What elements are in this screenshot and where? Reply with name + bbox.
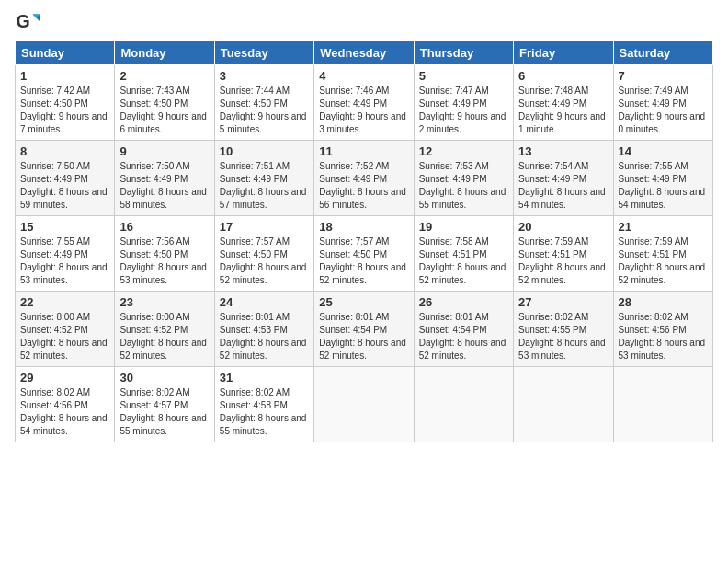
calendar-cell: 26 Sunrise: 8:01 AM Sunset: 4:54 PM Dayl… — [414, 292, 513, 367]
calendar-week-3: 15 Sunrise: 7:55 AM Sunset: 4:49 PM Dayl… — [16, 216, 713, 292]
cell-info: Sunrise: 7:47 AM Sunset: 4:49 PM Dayligh… — [419, 85, 508, 136]
cell-day-number: 3 — [220, 69, 309, 83]
calendar-cell: 19 Sunrise: 7:58 AM Sunset: 4:51 PM Dayl… — [414, 216, 513, 292]
calendar-cell: 25 Sunrise: 8:01 AM Sunset: 4:54 PM Dayl… — [314, 292, 414, 367]
cell-info: Sunrise: 8:02 AM Sunset: 4:57 PM Dayligh… — [119, 386, 209, 438]
cell-day-number: 14 — [619, 144, 708, 158]
calendar-week-1: 1 Sunrise: 7:42 AM Sunset: 4:50 PM Dayli… — [16, 65, 713, 141]
logo-icon: G — [15, 9, 40, 35]
calendar-cell: 16 Sunrise: 7:56 AM Sunset: 4:50 PM Dayl… — [115, 216, 214, 292]
cell-info: Sunrise: 7:49 AM Sunset: 4:49 PM Dayligh… — [619, 85, 708, 136]
calendar-cell: 10 Sunrise: 7:51 AM Sunset: 4:49 PM Dayl… — [214, 141, 313, 216]
cell-info: Sunrise: 7:58 AM Sunset: 4:51 PM Dayligh… — [419, 236, 508, 287]
cell-info: Sunrise: 8:01 AM Sunset: 4:54 PM Dayligh… — [419, 311, 508, 362]
cell-day-number: 22 — [20, 295, 109, 309]
cell-day-number: 19 — [419, 220, 508, 234]
calendar-cell: 18 Sunrise: 7:57 AM Sunset: 4:50 PM Dayl… — [314, 216, 414, 292]
cell-day-number: 15 — [20, 220, 109, 234]
header-day-thursday: Thursday — [414, 41, 513, 65]
cell-info: Sunrise: 8:02 AM Sunset: 4:56 PM Dayligh… — [20, 386, 109, 438]
calendar-cell: 17 Sunrise: 7:57 AM Sunset: 4:50 PM Dayl… — [214, 216, 313, 292]
cell-info: Sunrise: 7:46 AM Sunset: 4:49 PM Dayligh… — [319, 85, 408, 136]
calendar-cell: 21 Sunrise: 7:59 AM Sunset: 4:51 PM Dayl… — [613, 216, 712, 292]
cell-day-number: 6 — [518, 69, 608, 83]
cell-info: Sunrise: 7:53 AM Sunset: 4:49 PM Dayligh… — [419, 160, 508, 212]
header: G — [15, 9, 713, 35]
calendar-header-row: SundayMondayTuesdayWednesdayThursdayFrid… — [16, 41, 713, 65]
calendar-cell: 12 Sunrise: 7:53 AM Sunset: 4:49 PM Dayl… — [414, 141, 513, 216]
calendar-cell: 28 Sunrise: 8:02 AM Sunset: 4:56 PM Dayl… — [613, 292, 712, 367]
calendar-cell: 1 Sunrise: 7:42 AM Sunset: 4:50 PM Dayli… — [16, 65, 115, 141]
header-day-wednesday: Wednesday — [314, 41, 414, 65]
cell-day-number: 8 — [20, 144, 109, 158]
calendar-table: SundayMondayTuesdayWednesdayThursdayFrid… — [15, 40, 713, 442]
calendar-cell: 9 Sunrise: 7:50 AM Sunset: 4:49 PM Dayli… — [115, 141, 214, 216]
calendar-cell: 22 Sunrise: 8:00 AM Sunset: 4:52 PM Dayl… — [16, 292, 115, 367]
calendar-week-4: 22 Sunrise: 8:00 AM Sunset: 4:52 PM Dayl… — [16, 292, 713, 367]
calendar-cell: 2 Sunrise: 7:43 AM Sunset: 4:50 PM Dayli… — [115, 65, 214, 141]
cell-info: Sunrise: 7:42 AM Sunset: 4:50 PM Dayligh… — [20, 85, 109, 136]
cell-day-number: 18 — [319, 220, 408, 234]
cell-info: Sunrise: 7:56 AM Sunset: 4:50 PM Dayligh… — [119, 236, 209, 287]
cell-day-number: 5 — [419, 69, 508, 83]
calendar-cell: 15 Sunrise: 7:55 AM Sunset: 4:49 PM Dayl… — [16, 216, 115, 292]
calendar-cell: 24 Sunrise: 8:01 AM Sunset: 4:53 PM Dayl… — [214, 292, 313, 367]
cell-day-number: 21 — [619, 220, 708, 234]
cell-day-number: 24 — [220, 295, 309, 309]
cell-info: Sunrise: 7:59 AM Sunset: 4:51 PM Dayligh… — [619, 236, 708, 287]
cell-info: Sunrise: 7:57 AM Sunset: 4:50 PM Dayligh… — [220, 236, 309, 287]
calendar-cell: 13 Sunrise: 7:54 AM Sunset: 4:49 PM Dayl… — [514, 141, 613, 216]
cell-info: Sunrise: 7:57 AM Sunset: 4:50 PM Dayligh… — [319, 236, 408, 287]
cell-info: Sunrise: 7:48 AM Sunset: 4:49 PM Dayligh… — [518, 85, 608, 136]
cell-day-number: 10 — [220, 144, 309, 158]
cell-info: Sunrise: 7:55 AM Sunset: 4:49 PM Dayligh… — [20, 236, 109, 287]
calendar-cell: 31 Sunrise: 8:02 AM Sunset: 4:58 PM Dayl… — [214, 367, 313, 442]
cell-info: Sunrise: 7:44 AM Sunset: 4:50 PM Dayligh… — [220, 85, 309, 136]
header-day-monday: Monday — [115, 41, 214, 65]
calendar-cell: 27 Sunrise: 8:02 AM Sunset: 4:55 PM Dayl… — [514, 292, 613, 367]
header-day-tuesday: Tuesday — [214, 41, 313, 65]
calendar-cell: 23 Sunrise: 8:00 AM Sunset: 4:52 PM Dayl… — [115, 292, 214, 367]
cell-info: Sunrise: 7:52 AM Sunset: 4:49 PM Dayligh… — [319, 160, 408, 212]
main-container: G SundayMondayTuesdayWednesdayThursdayFr… — [0, 0, 728, 452]
cell-info: Sunrise: 8:01 AM Sunset: 4:54 PM Dayligh… — [319, 311, 408, 362]
calendar-cell — [514, 367, 613, 442]
svg-text:G: G — [16, 11, 29, 31]
cell-info: Sunrise: 8:02 AM Sunset: 4:55 PM Dayligh… — [518, 311, 608, 362]
cell-info: Sunrise: 7:50 AM Sunset: 4:49 PM Dayligh… — [119, 160, 209, 212]
calendar-cell: 8 Sunrise: 7:50 AM Sunset: 4:49 PM Dayli… — [16, 141, 115, 216]
cell-day-number: 31 — [220, 371, 309, 385]
cell-info: Sunrise: 7:51 AM Sunset: 4:49 PM Dayligh… — [220, 160, 309, 212]
cell-day-number: 4 — [319, 69, 408, 83]
calendar-cell: 3 Sunrise: 7:44 AM Sunset: 4:50 PM Dayli… — [214, 65, 313, 141]
cell-info: Sunrise: 8:02 AM Sunset: 4:58 PM Dayligh… — [220, 386, 309, 438]
cell-day-number: 13 — [518, 144, 608, 158]
calendar-cell: 5 Sunrise: 7:47 AM Sunset: 4:49 PM Dayli… — [414, 65, 513, 141]
calendar-cell: 20 Sunrise: 7:59 AM Sunset: 4:51 PM Dayl… — [514, 216, 613, 292]
cell-info: Sunrise: 7:59 AM Sunset: 4:51 PM Dayligh… — [518, 236, 608, 287]
header-day-sunday: Sunday — [16, 41, 115, 65]
cell-day-number: 11 — [319, 144, 408, 158]
cell-info: Sunrise: 7:50 AM Sunset: 4:49 PM Dayligh… — [20, 160, 109, 212]
cell-day-number: 2 — [119, 69, 209, 83]
calendar-cell: 6 Sunrise: 7:48 AM Sunset: 4:49 PM Dayli… — [514, 65, 613, 141]
calendar-week-5: 29 Sunrise: 8:02 AM Sunset: 4:56 PM Dayl… — [16, 367, 713, 442]
cell-info: Sunrise: 7:55 AM Sunset: 4:49 PM Dayligh… — [619, 160, 708, 212]
cell-day-number: 7 — [619, 69, 708, 83]
cell-day-number: 12 — [419, 144, 508, 158]
header-day-saturday: Saturday — [613, 41, 712, 65]
logo: G — [15, 9, 42, 35]
calendar-cell — [613, 367, 712, 442]
cell-day-number: 27 — [518, 295, 608, 309]
calendar-cell — [414, 367, 513, 442]
cell-day-number: 17 — [220, 220, 309, 234]
calendar-cell: 7 Sunrise: 7:49 AM Sunset: 4:49 PM Dayli… — [613, 65, 712, 141]
calendar-cell: 30 Sunrise: 8:02 AM Sunset: 4:57 PM Dayl… — [115, 367, 214, 442]
header-day-friday: Friday — [514, 41, 613, 65]
cell-day-number: 30 — [119, 371, 209, 385]
calendar-cell — [314, 367, 414, 442]
calendar-cell: 4 Sunrise: 7:46 AM Sunset: 4:49 PM Dayli… — [314, 65, 414, 141]
cell-day-number: 25 — [319, 295, 408, 309]
cell-day-number: 1 — [20, 69, 109, 83]
cell-day-number: 26 — [419, 295, 508, 309]
